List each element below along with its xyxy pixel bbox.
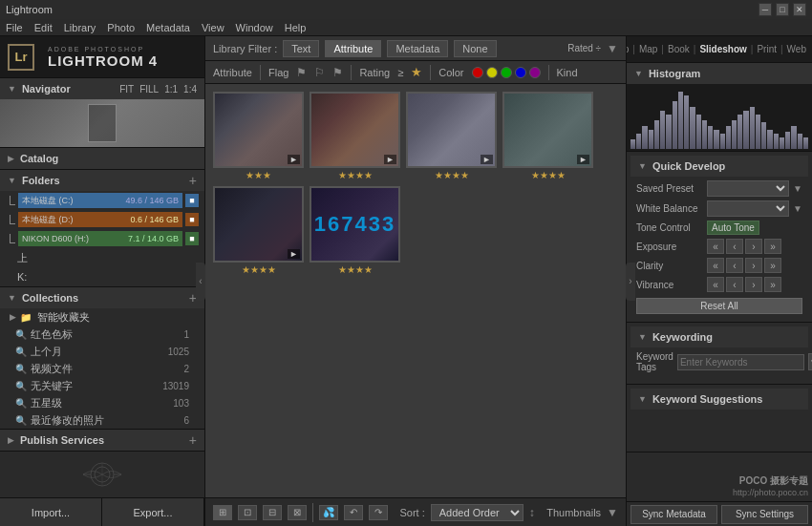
color-yellow-dot[interactable] xyxy=(486,67,498,78)
maximize-button[interactable]: □ xyxy=(776,3,789,16)
exposure-up[interactable]: › xyxy=(745,239,762,254)
nav-book[interactable]: Book xyxy=(668,44,690,54)
vibrance-up-large[interactable]: » xyxy=(764,277,781,292)
collection-item-recent[interactable]: 🔍最近修改的照片 6 xyxy=(0,411,204,429)
sync-settings-button[interactable]: Sync Settings xyxy=(721,505,808,524)
left-panel-collapse[interactable]: ‹ xyxy=(196,263,205,301)
color-purple-dot[interactable] xyxy=(529,67,541,78)
export-button[interactable]: Export... xyxy=(102,498,204,526)
photo-thumb-6: 167433 xyxy=(310,186,400,263)
folders-header[interactable]: ▼ Folders + xyxy=(0,170,204,191)
menu-view[interactable]: View xyxy=(202,22,224,33)
import-button[interactable]: Import... xyxy=(0,498,102,526)
folder-item[interactable]: 本地磁盘 (C:) 49.6 / 146 GB ■ xyxy=(0,191,204,210)
clarity-down-large[interactable]: « xyxy=(707,258,724,273)
saved-preset-arrow[interactable]: ▼ xyxy=(793,183,802,194)
keyword-suggestions-header[interactable]: ▼ Keyword Suggestions xyxy=(630,389,808,410)
keyword-add-button[interactable]: ▼ xyxy=(808,353,812,370)
white-balance-select[interactable] xyxy=(707,200,789,217)
sync-metadata-button[interactable]: Sync Metadata xyxy=(630,505,717,524)
folder-item[interactable]: 本地磁盘 (D:) 0.6 / 146 GB ■ xyxy=(0,210,204,229)
color-blue-dot[interactable] xyxy=(515,67,526,78)
flag-any-icon[interactable]: ⚑ xyxy=(296,66,307,79)
collection-group[interactable]: ▶ 📁 智能收藏夹 xyxy=(0,308,204,326)
color-green-dot[interactable] xyxy=(501,67,512,78)
collections-header[interactable]: ▼ Collections + xyxy=(0,287,204,308)
publish-services-header[interactable]: ▶ Publish Services + xyxy=(0,430,204,451)
folder-item[interactable]: 上 xyxy=(0,248,204,267)
collection-item-nokw[interactable]: 🔍无关键字 13019 xyxy=(0,377,204,394)
filter-text-button[interactable]: Text xyxy=(283,40,319,57)
exposure-down[interactable]: ‹ xyxy=(726,239,743,254)
nav-slideshow[interactable]: Slideshow xyxy=(699,44,746,54)
star-icon: ★ xyxy=(411,65,422,79)
menu-file[interactable]: File xyxy=(6,22,23,33)
filter-expand-icon[interactable]: ▼ xyxy=(607,42,618,55)
white-balance-arrow[interactable]: ▼ xyxy=(793,203,802,214)
photo-cell-6[interactable]: 167433 ★★★★ xyxy=(310,186,400,275)
quick-develop-header[interactable]: ▼ Quick Develop xyxy=(630,156,808,177)
folders-add-button[interactable]: + xyxy=(189,173,197,188)
catalog-header[interactable]: ▶ Catalog xyxy=(0,148,204,169)
rotate-ccw-button[interactable]: ↶ xyxy=(344,505,363,520)
flag-picked-icon[interactable]: ⚐ xyxy=(314,66,325,79)
publish-add-button[interactable]: + xyxy=(189,432,197,448)
keywording-header[interactable]: ▼ Keywording xyxy=(630,326,808,347)
auto-tone-button[interactable]: Auto Tone xyxy=(707,221,759,235)
clarity-down[interactable]: ‹ xyxy=(726,258,743,273)
right-panel-collapse[interactable]: › xyxy=(626,263,635,301)
reset-all-button[interactable]: Reset All xyxy=(636,298,802,314)
filter-attribute-button[interactable]: Attribute xyxy=(325,40,381,57)
vibrance-down-large[interactable]: « xyxy=(707,277,724,292)
menu-help[interactable]: Help xyxy=(285,22,307,33)
vibrance-up[interactable]: › xyxy=(745,277,762,292)
vibrance-down[interactable]: ‹ xyxy=(726,277,743,292)
flag-rejected-icon[interactable]: ⚑ xyxy=(332,66,343,79)
minimize-button[interactable]: ─ xyxy=(759,3,772,16)
photo-cell-3[interactable]: ► ★★★★ xyxy=(406,92,497,180)
loupe-view-button[interactable]: ⊡ xyxy=(238,505,257,520)
menu-library[interactable]: Library xyxy=(64,22,96,33)
exposure-up-large[interactable]: » xyxy=(764,239,781,254)
menu-photo[interactable]: Photo xyxy=(107,22,135,33)
left-decorative xyxy=(0,452,204,497)
clarity-up-large[interactable]: » xyxy=(764,258,781,273)
photo-cell-2[interactable]: ► ★★★★ xyxy=(310,92,400,180)
navigator-header[interactable]: ▼ Navigator FIT FILL 1:1 1:4 xyxy=(0,78,204,99)
nav-web[interactable]: Web xyxy=(787,44,806,54)
exposure-down-large[interactable]: « xyxy=(707,239,724,254)
survey-view-button[interactable]: ⊠ xyxy=(288,505,307,520)
folder-item[interactable]: K: xyxy=(0,267,204,286)
filter-none-button[interactable]: None xyxy=(454,40,496,57)
sort-select[interactable]: Added Order Capture Time Edit Time Ratin… xyxy=(431,504,524,521)
thumbnails-arrow[interactable]: ▼ xyxy=(607,506,618,519)
compare-view-button[interactable]: ⊟ xyxy=(263,505,282,520)
folder-item[interactable]: NIKON D600 (H:) 7.1 / 14.0 GB ■ xyxy=(0,229,204,248)
nav-map[interactable]: Map xyxy=(639,44,657,54)
color-red-dot[interactable] xyxy=(472,67,483,78)
menu-metadata[interactable]: Metadata xyxy=(146,22,190,33)
collection-item-month[interactable]: 🔍上个月 1025 xyxy=(0,343,204,360)
menu-window[interactable]: Window xyxy=(236,22,273,33)
filter-metadata-button[interactable]: Metadata xyxy=(387,40,448,57)
rotate-cw-button[interactable]: ↷ xyxy=(369,505,388,520)
collection-item-5star[interactable]: 🔍五星级 103 xyxy=(0,394,204,411)
photo-cell-5[interactable]: ► ★★★★ xyxy=(213,186,304,275)
clarity-up[interactable]: › xyxy=(745,258,762,273)
histogram-header[interactable]: ▼ Histogram xyxy=(627,63,812,84)
keyword-tags-input[interactable] xyxy=(677,354,804,370)
nav-print[interactable]: Print xyxy=(757,44,777,54)
photo-cell-1[interactable]: ► ★★★ xyxy=(213,92,304,180)
saved-preset-label: Saved Preset xyxy=(636,183,703,194)
grid-view-button[interactable]: ⊞ xyxy=(213,505,232,520)
sort-order-icon[interactable]: ↕ xyxy=(529,506,535,519)
close-button[interactable]: ✕ xyxy=(793,3,806,16)
collection-item-red[interactable]: 🔍红色色标 1 xyxy=(0,326,204,343)
spray-tool[interactable]: 💦 xyxy=(319,505,338,520)
photo-cell-4[interactable]: ► ★★★★ xyxy=(502,92,593,180)
saved-preset-select[interactable] xyxy=(707,180,789,197)
menu-edit[interactable]: Edit xyxy=(34,22,53,33)
nav-develop[interactable]: Develop xyxy=(626,44,629,54)
collection-item-video[interactable]: 🔍视频文件 2 xyxy=(0,360,204,377)
rating-gte-icon[interactable]: ≥ xyxy=(397,67,403,78)
